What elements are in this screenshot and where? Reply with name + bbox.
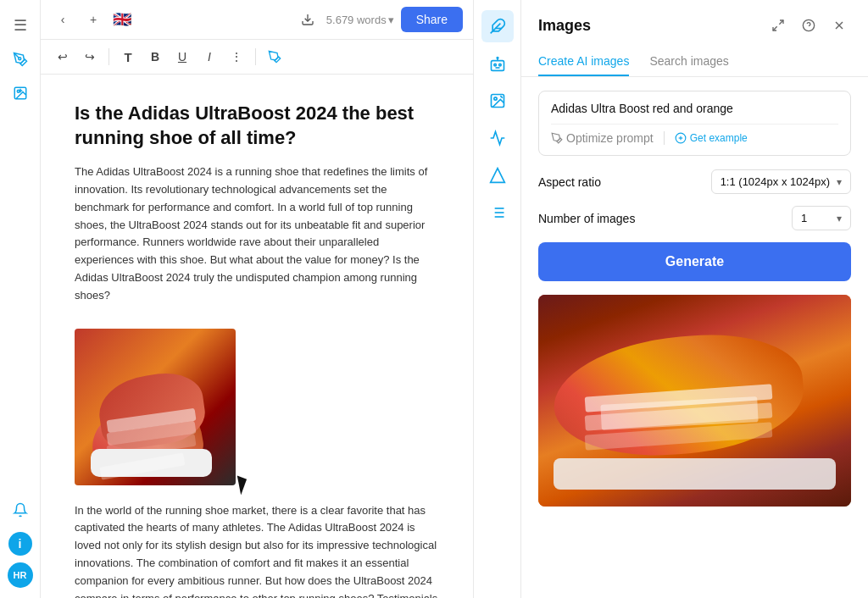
svg-point-9: [497, 58, 498, 59]
panel-header-icons: [766, 14, 851, 37]
panel-title: Images: [538, 17, 760, 35]
prompt-actions: Optimize prompt Get example: [551, 124, 838, 145]
right-tool-sidebar: [473, 0, 520, 598]
number-of-images-value: 1: [801, 212, 807, 224]
download-button[interactable]: [296, 8, 320, 31]
generated-image-preview: [538, 295, 851, 507]
divider-1: [108, 48, 109, 65]
svg-rect-8: [491, 61, 504, 71]
undo-button[interactable]: ↩: [51, 45, 75, 69]
number-of-images-row: Number of images 1 ▾: [538, 206, 851, 230]
svg-marker-16: [490, 169, 504, 183]
images-panel: Images Create AI images Search images Ad…: [520, 0, 868, 598]
svg-line-24: [773, 26, 777, 30]
bell-icon[interactable]: [5, 495, 36, 525]
aspect-ratio-select[interactable]: 1:1 (1024px x 1024px) ▾: [711, 169, 851, 194]
number-of-images-chevron: ▾: [837, 213, 842, 224]
editor-paragraph-2: In the world of the running shoe market,…: [75, 502, 439, 598]
list-tool-icon[interactable]: [481, 197, 514, 229]
editor-area[interactable]: Is the Adidas UltraBoost 2024 the best r…: [41, 75, 473, 598]
text-size-button[interactable]: T: [116, 45, 140, 69]
prompt-text[interactable]: Adidas Ultra Boost red and orange: [551, 102, 838, 115]
svg-point-11: [498, 64, 501, 66]
panel-body: Adidas Ultra Boost red and orange Optimi…: [521, 77, 868, 598]
chart-tool-icon[interactable]: [481, 122, 514, 154]
aspect-ratio-chevron: ▾: [837, 176, 842, 188]
number-of-images-label: Number of images: [538, 212, 792, 225]
highlight-button[interactable]: [263, 45, 287, 69]
help-icon[interactable]: [797, 14, 821, 37]
panel-header: Images: [521, 0, 868, 37]
prompt-divider: [664, 131, 665, 145]
add-button[interactable]: +: [81, 8, 105, 31]
language-flag[interactable]: 🇬🇧: [112, 12, 132, 27]
left-sidebar: ☰ i HR: [0, 0, 41, 598]
optimize-prompt-button[interactable]: Optimize prompt: [551, 131, 654, 145]
close-icon[interactable]: [827, 14, 851, 37]
aspect-ratio-row: Aspect ratio 1:1 (1024px x 1024px) ▾: [538, 169, 851, 194]
bold-button[interactable]: B: [143, 45, 167, 69]
pen-icon[interactable]: [5, 44, 36, 75]
editor-paragraph-1: The Adidas UltraBoost 2024 is a running …: [75, 163, 439, 304]
avatar[interactable]: HR: [8, 562, 33, 588]
tab-create-ai-images[interactable]: Create AI images: [538, 47, 629, 76]
expand-icon[interactable]: [766, 14, 790, 37]
shoe-image-container: [75, 329, 236, 485]
number-of-images-select[interactable]: 1 ▾: [792, 206, 851, 230]
divider-2: [255, 48, 256, 65]
word-count: 5.679 words ▾: [326, 14, 394, 26]
aspect-ratio-value: 1:1 (1024px x 1024px): [721, 175, 830, 188]
feather-tool-icon[interactable]: [481, 10, 514, 42]
robot-tool-icon[interactable]: [481, 47, 514, 80]
sidebar-bottom: i HR: [5, 495, 36, 588]
menu-icon[interactable]: ☰: [5, 10, 36, 41]
share-button[interactable]: Share: [401, 7, 463, 32]
svg-line-15: [500, 96, 503, 98]
top-toolbar: ‹ + 🇬🇧 5.679 words ▾ Share: [41, 0, 473, 40]
svg-point-0: [18, 58, 20, 60]
get-example-button[interactable]: Get example: [675, 132, 748, 144]
editor-title: Is the Adidas UltraBoost 2024 the best r…: [75, 102, 439, 150]
image-plus-icon[interactable]: [5, 78, 36, 108]
panel-tabs: Create AI images Search images: [521, 37, 868, 77]
italic-button[interactable]: I: [198, 45, 221, 69]
format-toolbar: ↩ ↪ T B U I ⋮: [41, 40, 473, 75]
info-icon[interactable]: i: [8, 532, 32, 556]
more-button[interactable]: ⋮: [225, 45, 248, 69]
aspect-ratio-label: Aspect ratio: [538, 175, 711, 189]
svg-point-14: [493, 97, 496, 100]
redo-button[interactable]: ↪: [78, 45, 102, 69]
back-button[interactable]: ‹: [51, 8, 75, 31]
generate-button[interactable]: Generate: [538, 242, 851, 281]
underline-button[interactable]: U: [170, 45, 194, 69]
shape-tool-icon[interactable]: [481, 159, 514, 191]
image-edit-tool-icon[interactable]: [481, 85, 514, 117]
main-content: ‹ + 🇬🇧 5.679 words ▾ Share ↩ ↪ T B U I ⋮…: [41, 0, 473, 598]
tab-search-images[interactable]: Search images: [649, 47, 728, 76]
svg-line-23: [779, 20, 783, 25]
shoe-image: [75, 329, 236, 485]
prompt-box[interactable]: Adidas Ultra Boost red and orange Optimi…: [538, 91, 851, 156]
svg-point-10: [493, 64, 496, 66]
